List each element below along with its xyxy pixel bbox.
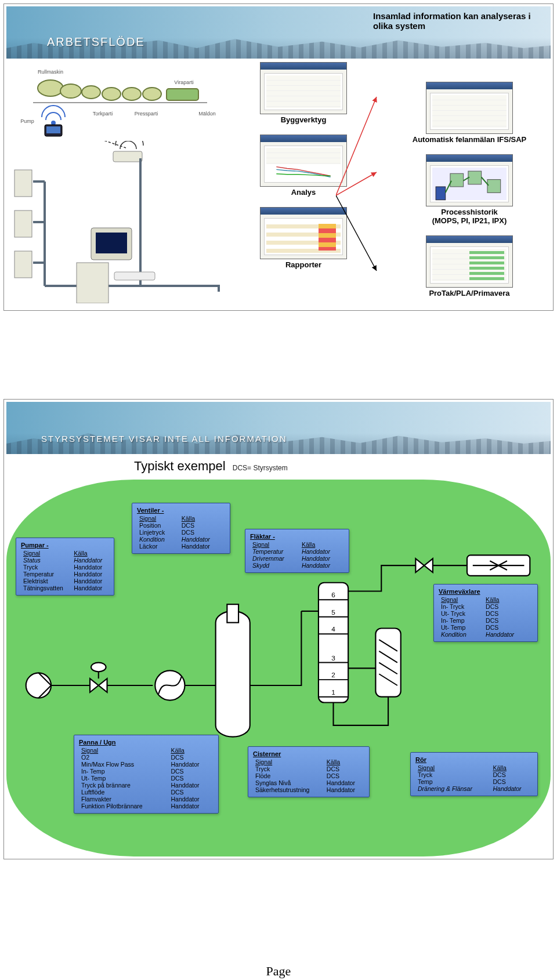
tagbox-cisterner: Cisterner SignalKällaTryckDCSFlödeDCSSyn… [248,746,370,797]
rapporter-thumb [260,207,347,259]
svg-rect-16 [15,170,32,197]
svg-text:Pressparti: Pressparti [135,111,158,117]
svg-rect-28 [468,171,482,184]
svg-text:Pump: Pump [20,118,34,124]
svg-point-0 [38,80,63,96]
protak-block: ProTak/PLA/Primavera [377,235,557,304]
svg-point-12 [52,121,55,125]
svg-rect-29 [487,180,501,193]
banner-bottom-title: Styrsystemet visar inte all information [41,434,287,444]
pid-diagram: 6 5 4 3 2 1 [6,480,551,856]
server-icon [15,170,32,278]
protak-thumb [426,235,513,288]
byggverktyg-thumb [260,62,347,114]
workflow-panel: Arbetsflöde Insamlad information kan ana… [3,3,554,311]
paper-mill-drawing: Rullmaskin Torkparti Pressparti Virapart… [10,62,230,137]
tagbox-pumpar: Pumpar - SignalKällaStatusHanddatorTryck… [16,538,114,596]
tagbox-ventiler: Ventiler - SignalKällaPositionDCSLinjetr… [132,503,230,554]
svg-rect-22 [114,272,155,280]
svg-text:Torkparti: Torkparti [93,111,113,117]
svg-rect-20 [96,233,127,253]
svg-text:Viraparti: Viraparti [174,79,193,85]
tagbox-flaktar: Fläktar - SignalKällaTemperaturHanddator… [245,529,349,573]
ifs-thumb [426,82,513,134]
example-subtitle: DCS= Styrsystem [233,464,288,472]
page-footer: Page [0,964,557,979]
ifs-label: Automatisk felanmälan IFS/SAP [377,135,557,144]
banner-bottom: Styrsystemet visar inte all information [6,402,551,454]
tagbox-panna: Panna / Ugn SignalKällaO2DCSMin/Max Flow… [74,735,219,814]
tagbox-varmevaxlare: Värmeväxlare SignalKällaIn- TryckDCSUt- … [433,584,538,642]
dcs-panel: Styrsystemet visar inte all information … [3,399,554,859]
example-title: Typiskt exempel [134,459,226,474]
workflow-grid: Rullmaskin Torkparti Pressparti Virapart… [6,59,551,308]
svg-rect-27 [450,173,464,187]
svg-text:3: 3 [331,654,335,662]
svg-point-2 [82,86,100,99]
svg-rect-21 [77,263,108,303]
svg-rect-26 [436,187,446,200]
svg-text:Mäldon: Mäldon [198,111,216,117]
tagbox-ror: Rör SignalKällaTryckDCSTempDCSDränering … [410,752,538,796]
process-hist-thumb [426,154,513,206]
svg-text:1: 1 [331,688,335,696]
banner-top-title: Arbetsflöde [47,35,145,49]
svg-rect-17 [15,210,32,237]
svg-rect-15 [113,151,142,162]
analys-thumb [260,135,347,187]
network-drawing [10,141,230,303]
svg-rect-33 [319,583,348,703]
svg-text:2: 2 [331,671,335,679]
arrows-icon [336,85,382,306]
svg-point-4 [122,88,141,100]
svg-text:6: 6 [331,591,335,599]
process-hist-label: Processhistorik (MOPS, PI, IP21, IPX) [377,208,557,225]
protak-label: ProTak/PLA/Primavera [377,289,557,297]
svg-line-23 [336,97,377,195]
svg-rect-14 [46,126,60,133]
svg-point-3 [102,88,121,100]
svg-rect-18 [15,251,32,278]
svg-text:4: 4 [331,625,335,633]
svg-point-1 [60,84,81,98]
svg-rect-32 [227,604,238,623]
svg-text:5: 5 [331,608,335,616]
svg-point-30 [26,673,51,698]
tagbox-title: Pumpar - [21,542,109,549]
svg-point-5 [143,88,161,100]
workstation-icon [77,228,155,303]
svg-line-25 [336,195,377,271]
ifs-block: Automatisk felanmälan IFS/SAP [377,82,557,151]
label-rullmaskin: Rullmaskin [38,69,63,75]
svg-rect-6 [167,89,198,100]
process-hist-block: Processhistorik (MOPS, PI, IP21, IPX) [377,154,557,232]
top-info-text: Insamlad information kan analyseras i ol… [373,11,536,31]
svg-line-24 [336,172,377,195]
